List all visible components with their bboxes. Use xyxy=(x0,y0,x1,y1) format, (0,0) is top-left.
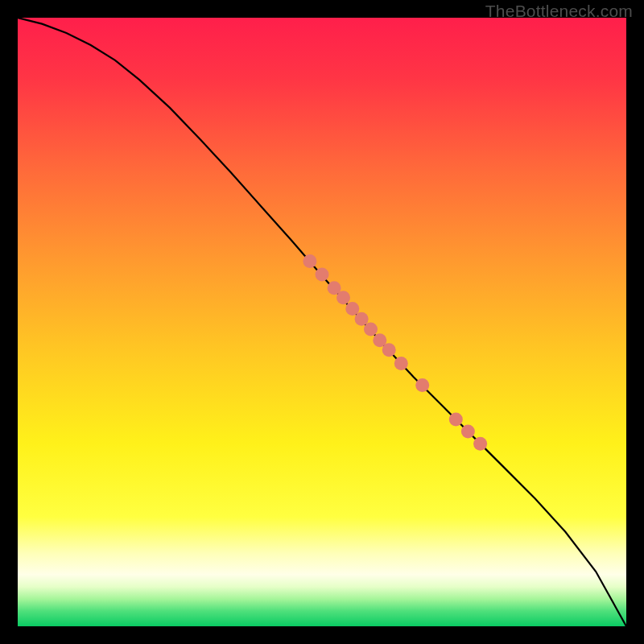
data-marker xyxy=(364,323,378,336)
attribution-text: TheBottleneck.com xyxy=(485,2,633,21)
gradient-background xyxy=(18,18,626,626)
data-marker xyxy=(473,437,487,451)
data-marker xyxy=(336,291,350,304)
data-marker xyxy=(316,268,329,282)
data-marker xyxy=(303,254,316,268)
data-marker xyxy=(394,357,408,370)
data-marker xyxy=(449,413,463,427)
data-marker xyxy=(345,302,359,316)
chart-canvas xyxy=(18,18,626,626)
data-marker xyxy=(382,343,396,357)
chart-frame: TheBottleneck.com xyxy=(0,0,644,644)
data-marker xyxy=(355,312,369,326)
data-marker xyxy=(415,378,429,392)
data-marker xyxy=(461,425,475,439)
